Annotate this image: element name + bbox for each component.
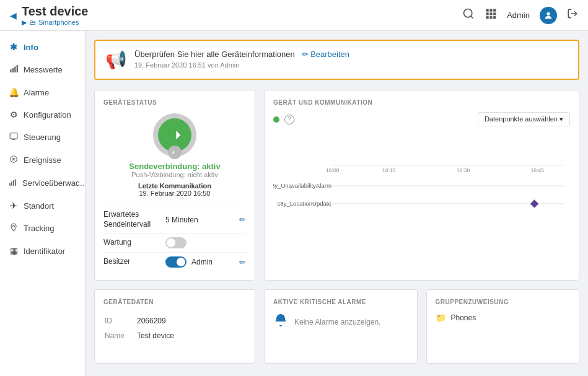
besitzer-toggle[interactable]	[165, 256, 186, 268]
alarm-text: Keine Alarme anzuzeigen.	[294, 318, 380, 326]
sidebar-label-ereignisse: Ereignisse	[24, 155, 61, 165]
status-circle	[153, 113, 196, 157]
status-main-text: Sendeverbindung: aktiv	[103, 162, 246, 171]
comm-header: GERÄT UND KOMMUNIKATION	[273, 99, 570, 106]
status-sub-text: Push-Verbindung: nicht aktiv	[103, 171, 246, 178]
sidebar-label-standort: Standort	[24, 201, 54, 211]
steuerung-icon	[9, 132, 19, 142]
besitzer-label: Besitzer	[103, 257, 165, 267]
svg-rect-3	[489, 9, 492, 12]
header-right: Admin	[462, 7, 578, 24]
serviceuberwachung-icon	[9, 178, 17, 188]
sendeintervall-edit-icon[interactable]: ✏	[239, 215, 246, 224]
wartung-row: Wartung	[103, 233, 246, 252]
table-row-name: Name Test device	[105, 329, 245, 343]
sendeintervall-row: ErwartetesSendeintervall 5 Minuten ✏	[103, 206, 246, 233]
geraetestatus-title: GERÄTESTATUS	[103, 99, 246, 106]
besitzer-edit-icon[interactable]: ✏	[239, 258, 246, 267]
svg-point-0	[464, 9, 472, 17]
table-row-id: ID 2066209	[105, 314, 245, 328]
comm-indicators: ?	[273, 115, 294, 125]
gruppe-folder-icon: 📁	[436, 313, 446, 323]
logout-button[interactable]	[567, 8, 578, 22]
breadcrumb-folder-icon: 🗁	[29, 19, 36, 26]
standort-icon: ✈	[9, 201, 19, 211]
gruppenzuweisung-card: GRUPPENZUWEISUNG 📁 Phones	[426, 289, 580, 364]
notification-icon: 📢	[105, 50, 127, 70]
tracking-icon	[9, 223, 19, 234]
besitzer-slider	[165, 256, 186, 268]
svg-rect-17	[10, 133, 17, 139]
besitzer-value: Admin	[191, 258, 235, 266]
besitzer-row: Besitzer Admin ✏	[103, 252, 246, 271]
svg-rect-15	[14, 67, 15, 72]
search-button[interactable]	[462, 7, 475, 23]
id-label: ID	[105, 314, 136, 328]
svg-rect-21	[9, 183, 11, 186]
name-value: Test device	[137, 329, 245, 343]
sidebar-item-identifikator[interactable]: ▦ Identifikator	[0, 240, 85, 262]
bottom-row: GERÄTEDATEN ID 2066209 Name Test device …	[94, 289, 579, 364]
svg-rect-6	[489, 12, 492, 15]
breadcrumb: ▶ 🗁 Smartphones	[22, 19, 88, 27]
info-icon: ✱	[9, 42, 19, 52]
svg-rect-22	[11, 181, 12, 186]
chart-svg: 16:00 16:15 16:30 16:45 c8y_Unavailabili…	[273, 134, 570, 214]
svg-text:16:15: 16:15	[382, 167, 396, 173]
sidebar-item-steuerung[interactable]: Steuerung	[0, 126, 85, 149]
svg-rect-14	[12, 68, 14, 72]
sendeintervall-label: ErwartetesSendeintervall	[103, 210, 165, 229]
admin-label: Admin	[507, 11, 530, 20]
main-content: 📢 Überprüfen Sie hier alle Geräteinforma…	[86, 31, 588, 376]
notification-main-text: Überprüfen Sie hier alle Geräteinformati…	[134, 50, 295, 59]
sidebar-label-messwerte: Messwerte	[24, 65, 63, 74]
main-layout: ✱ Info Messwerte 🔔 Alarme ⚙ Konfiguratio…	[0, 31, 588, 376]
select-arrow-icon: ▾	[559, 115, 563, 123]
notification-meta: 19. Februar 2020 16:51 von Admin	[134, 61, 349, 69]
datenpunkte-select-button[interactable]: Datenpunkte auswählen ▾	[478, 112, 570, 126]
sidebar-item-messwerte[interactable]: Messwerte	[0, 58, 85, 81]
aktive-alarme-title: AKTIVE KRITISCHE ALARME	[273, 299, 408, 305]
notification-body: Überprüfen Sie hier alle Geräteinformati…	[134, 50, 349, 69]
green-dot	[273, 116, 279, 123]
sidebar-item-info[interactable]: ✱ Info	[0, 36, 85, 58]
sidebar-label-identifikator: Identifikator	[24, 247, 65, 256]
svg-point-11	[546, 12, 550, 15]
svg-text:16:45: 16:45	[531, 167, 545, 173]
sidebar-item-konfiguration[interactable]: ⚙ Konfiguration	[0, 103, 85, 126]
gruppe-content: 📁 Phones	[436, 313, 571, 323]
sidebar-label-info: Info	[24, 43, 38, 52]
konfiguration-icon: ⚙	[9, 110, 19, 120]
kommunikation-card: GERÄT UND KOMMUNIKATION ? Datenpunkte au…	[264, 90, 579, 281]
sidebar-item-alarme[interactable]: 🔔 Alarme	[0, 81, 85, 103]
gruppenzuweisung-title: GRUPPENZUWEISUNG	[436, 299, 571, 305]
alarm-content: Keine Alarme anzuzeigen.	[273, 313, 408, 331]
status-fields: ErwartetesSendeintervall 5 Minuten ✏ War…	[103, 206, 246, 271]
sidebar-label-steuerung: Steuerung	[24, 133, 61, 142]
geraetedaten-card: GERÄTEDATEN ID 2066209 Name Test device	[94, 289, 255, 364]
chart-area: 16:00 16:15 16:30 16:45 c8y_Unavailabili…	[273, 134, 570, 216]
svg-rect-5	[486, 12, 489, 15]
apps-grid-button[interactable]	[485, 7, 497, 23]
datenpunkte-label: Datenpunkte auswählen	[485, 115, 558, 123]
avatar[interactable]	[540, 7, 557, 24]
info-circle-icon[interactable]: ?	[284, 115, 294, 125]
messwerte-icon	[9, 64, 19, 75]
svg-text:c8y_LocationUpdate: c8y_LocationUpdate	[278, 200, 331, 207]
sidebar-label-alarme: Alarme	[24, 88, 49, 97]
wartung-toggle[interactable]	[165, 237, 186, 248]
breadcrumb-text[interactable]: Smartphones	[38, 19, 79, 26]
notification-edit-link[interactable]: ✏ Bearbeiten	[302, 50, 350, 59]
svg-rect-2	[486, 9, 489, 12]
kommunikation-title: GERÄT UND KOMMUNIKATION	[273, 99, 372, 106]
sidebar-item-tracking[interactable]: Tracking	[0, 217, 85, 240]
wartung-slider	[165, 237, 186, 248]
breadcrumb-arrow: ▶	[22, 19, 27, 27]
svg-rect-13	[10, 69, 11, 72]
back-arrow[interactable]: ◀	[10, 11, 17, 20]
sidebar-item-ereignisse[interactable]: Ereignisse	[0, 149, 85, 172]
svg-rect-10	[493, 16, 496, 19]
geraetestatus-card: GERÄTESTATUS Sendeverbindung: aktiv Push…	[94, 90, 255, 281]
sidebar-item-standort[interactable]: ✈ Standort	[0, 195, 85, 217]
sidebar-item-serviceuberwachung[interactable]: Serviceüberwac…	[0, 172, 85, 195]
